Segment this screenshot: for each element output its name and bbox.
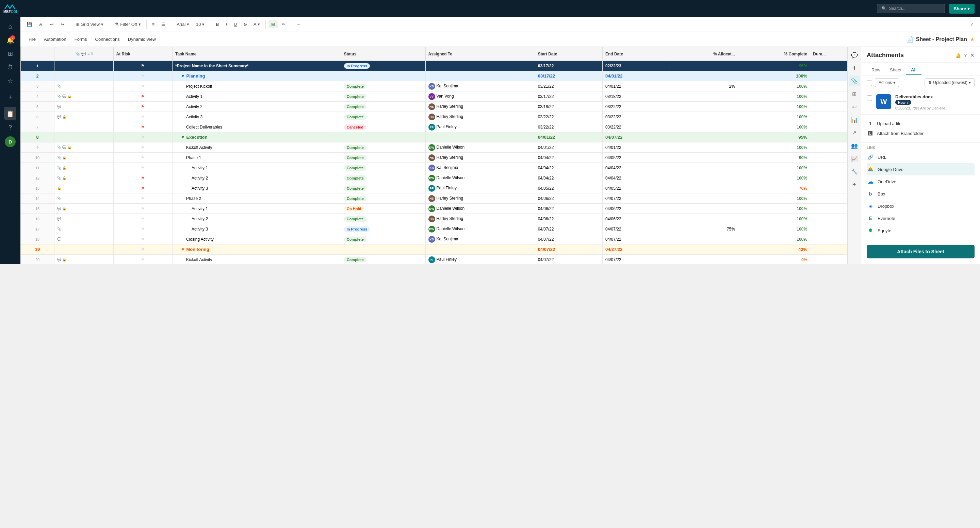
cell-task[interactable]: Collect Deliverables <box>172 122 341 132</box>
cell-status[interactable]: In Progress <box>341 224 425 234</box>
cell-task[interactable]: Closing Activity <box>172 234 341 244</box>
cell-assigned[interactable]: DWDanielle Wilson <box>425 204 490 214</box>
cell-status[interactable]: Complete <box>341 92 425 101</box>
cell-status[interactable]: Complete <box>341 255 425 264</box>
sidebar-item-recent[interactable]: ⏱ <box>4 61 16 73</box>
col-header-at-risk[interactable]: At Risk <box>113 47 172 61</box>
menu-automation[interactable]: Automation <box>41 35 69 43</box>
cell-assigned[interactable]: HSHarley Sterling <box>425 214 490 224</box>
cell-task[interactable]: ▼ Planning <box>172 71 341 81</box>
menu-connections[interactable]: Connections <box>92 35 123 43</box>
cell-status[interactable]: Canceled <box>341 122 425 132</box>
cell-assigned[interactable]: HSHarley Sterling <box>425 153 490 163</box>
cell-task[interactable]: Phase 1 <box>172 153 341 163</box>
font-family-button[interactable]: Arial ▾ <box>174 21 192 28</box>
cell-assigned[interactable]: HSHarley Sterling <box>425 193 490 204</box>
cell-task[interactable]: Activity 1 <box>172 163 341 173</box>
cell-assigned[interactable] <box>425 244 490 255</box>
sidebar-item-add[interactable]: + <box>4 91 16 103</box>
cell-task[interactable]: Activity 2 <box>172 101 341 112</box>
cell-task[interactable]: Activity 1 <box>172 92 341 101</box>
cell-status[interactable]: On Hold <box>341 204 425 214</box>
text-color-button[interactable]: A ▾ <box>251 21 263 28</box>
cell-status[interactable]: Complete <box>341 193 425 204</box>
cell-status[interactable]: Complete <box>341 234 425 244</box>
sidebar-item-help[interactable]: ? <box>4 121 16 133</box>
col-header-assigned[interactable]: Assigned To <box>425 47 490 61</box>
undo-button[interactable]: ↩ <box>47 21 56 28</box>
cell-status[interactable]: Complete <box>341 183 425 193</box>
menu-dynamic-view[interactable]: Dynamic View <box>125 35 159 43</box>
cell-task[interactable]: Project Kickoff <box>172 81 341 92</box>
cell-assigned[interactable]: KSKai Senjima <box>425 234 490 244</box>
app-logo[interactable]: MBF CORP <box>3 3 17 14</box>
italic-button[interactable]: I <box>223 21 230 28</box>
cell-assigned[interactable]: HSHarley Sterling <box>425 112 490 122</box>
cell-assigned[interactable] <box>425 71 490 81</box>
sidebar-item-sheet[interactable]: 📋 <box>4 108 16 120</box>
cell-status[interactable]: Complete <box>341 153 425 163</box>
cell-task[interactable]: Activity 2 <box>172 214 341 224</box>
cell-assigned[interactable] <box>425 132 490 143</box>
cell-at-risk: ⚑ <box>113 163 172 173</box>
cell-assigned[interactable]: KSKai Senjima <box>425 163 490 173</box>
bold-button[interactable]: B <box>213 21 221 28</box>
filter-button[interactable]: ⚗ Filter Off ▾ <box>112 21 143 28</box>
cell-task[interactable]: *Project Name in the Sheet Summary* <box>172 61 341 71</box>
align-left-button[interactable]: ≡ <box>150 21 158 28</box>
cell-assigned[interactable]: PFPaul Finley <box>425 183 490 193</box>
sidebar-item-home[interactable]: ⌂ <box>4 21 16 33</box>
cell-assigned[interactable]: DWDanielle Wilson <box>425 173 490 183</box>
cell-task[interactable]: Phase 2 <box>172 193 341 204</box>
font-size-button[interactable]: 10 ▾ <box>193 21 207 28</box>
menu-file[interactable]: File <box>26 35 38 43</box>
user-avatar[interactable]: D <box>5 136 16 147</box>
cell-assigned[interactable]: DWDanielle Wilson <box>425 143 490 153</box>
cell-status[interactable] <box>341 132 425 143</box>
cell-task[interactable]: Activity 3 <box>172 224 341 234</box>
col-header-status[interactable]: Status <box>341 47 425 61</box>
edit-mode-button[interactable]: ✏ <box>279 21 288 28</box>
cell-status[interactable]: Complete <box>341 163 425 173</box>
cell-assigned[interactable]: KSKai Senjima <box>425 81 490 92</box>
cell-status[interactable]: Complete <box>341 214 425 224</box>
svg-text:CORP: CORP <box>11 10 17 14</box>
cell-status[interactable] <box>341 244 425 255</box>
cell-task[interactable]: Activity 3 <box>172 183 341 193</box>
sidebar-item-favorites[interactable]: ☆ <box>4 75 16 87</box>
save-button[interactable]: 💾 <box>24 21 35 28</box>
cell-status[interactable]: In Progress <box>341 61 425 71</box>
row-num: 4 <box>21 92 54 101</box>
cell-task[interactable]: Kickoff Activity <box>172 255 341 264</box>
cell-assigned[interactable]: HSHarley Sterling <box>425 101 490 112</box>
cell-status[interactable]: Complete <box>341 112 425 122</box>
align-center-button[interactable]: ☰ <box>159 21 168 28</box>
cell-task[interactable]: Activity 2 <box>172 173 341 183</box>
cell-status[interactable]: Complete <box>341 101 425 112</box>
cell-assigned[interactable]: VVVan Vong <box>425 92 490 101</box>
cell-assigned[interactable]: PFPaul Finley <box>425 122 490 132</box>
cell-assigned[interactable]: DWDanielle Wilson <box>425 224 490 234</box>
cell-assigned[interactable]: PFPaul Finley <box>425 255 490 264</box>
more-options-button[interactable]: ··· <box>294 21 303 28</box>
menu-forms[interactable]: Forms <box>72 35 90 43</box>
redo-button[interactable]: ↪ <box>58 21 67 28</box>
cell-status[interactable]: Complete <box>341 81 425 92</box>
underline-button[interactable]: U <box>231 21 240 28</box>
cell-status[interactable] <box>341 71 425 81</box>
col-header-task[interactable]: Task Name <box>172 47 341 61</box>
grid-view-active-button[interactable]: ⊞ <box>269 21 278 28</box>
cell-task[interactable]: ▼ Monitoring <box>172 244 341 255</box>
cell-task[interactable]: Activity 1 <box>172 204 341 214</box>
sidebar-item-browse[interactable]: ⊞ <box>4 48 16 60</box>
view-selector-button[interactable]: ⊞ Grid View ▾ <box>73 21 106 28</box>
cell-status[interactable]: Complete <box>341 173 425 183</box>
strikethrough-button[interactable]: S <box>241 21 250 28</box>
cell-task[interactable]: Activity 3 <box>172 112 341 122</box>
sidebar-item-notifications[interactable]: 🔔 9 <box>4 34 16 46</box>
cell-assigned[interactable] <box>425 61 490 71</box>
cell-task[interactable]: Kickoff Activity <box>172 143 341 153</box>
cell-task[interactable]: ▼ Execution <box>172 132 341 143</box>
print-button[interactable]: 🖨 <box>36 21 46 28</box>
cell-status[interactable]: Complete <box>341 143 425 153</box>
